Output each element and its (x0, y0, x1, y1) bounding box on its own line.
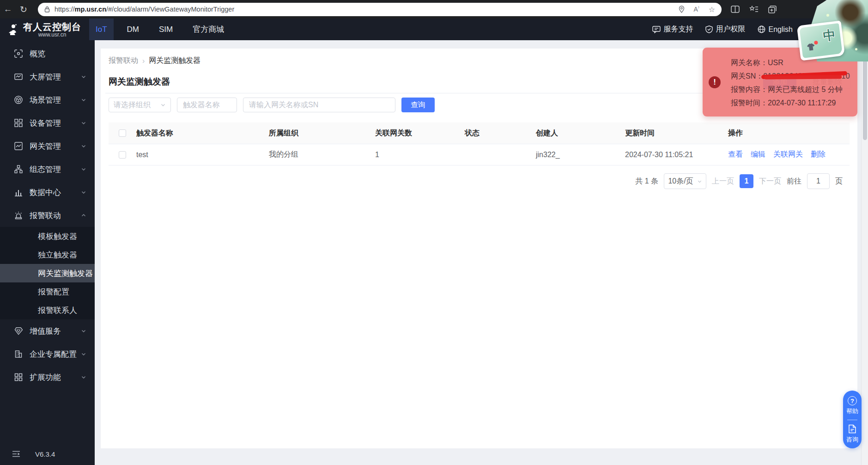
chevron-up-icon (81, 213, 86, 218)
goto-page-input[interactable] (807, 173, 830, 189)
gateway-search-input[interactable] (243, 98, 395, 112)
favorites-bar-icon[interactable] (749, 6, 759, 13)
address-bar[interactable]: https://mp.usr.cn/#/cloud/alarm/ViewGate… (38, 3, 722, 16)
chevron-down-icon (81, 74, 86, 80)
alarm-content: 报警内容：网关已离线超过 5 分钟 (731, 83, 850, 96)
logo-subtitle: www.usr.cn (23, 32, 81, 37)
sidebar-item-overview[interactable]: 概览 (0, 42, 95, 65)
sidebar-footer: V6.3.4 (0, 443, 95, 465)
device-grid-icon (14, 118, 23, 128)
collapse-sidebar-icon[interactable] (12, 451, 20, 457)
floating-help-widget: ? 帮助 咨询 (843, 391, 862, 448)
view-link[interactable]: 查看 (728, 150, 743, 159)
app-version: V6.3.4 (35, 450, 55, 458)
alarm-gateway-sn: 网关SN： 01331224051000010210 (731, 69, 850, 83)
lock-icon (44, 6, 50, 12)
select-all-checkbox[interactable] (119, 129, 126, 137)
prev-page-button[interactable]: 上一页 (712, 177, 734, 186)
game-promo-overlay[interactable]: 中 (799, 0, 868, 61)
favorite-star-icon[interactable]: ☆ (709, 5, 715, 14)
tab-official-store[interactable]: 官方商城 (186, 18, 231, 40)
edit-link[interactable]: 编辑 (751, 150, 765, 159)
overview-icon (14, 49, 23, 58)
cell-gateway-count: 1 (375, 151, 465, 159)
delete-link[interactable]: 删除 (811, 150, 826, 159)
page-size-select[interactable]: 10条/页 (664, 173, 706, 189)
chevron-down-icon (81, 351, 86, 357)
user-permission-button[interactable]: 用户权限 (705, 24, 746, 34)
sidebar-item-template-trigger[interactable]: 模板触发器 (0, 227, 95, 245)
trigger-table: 触发器名称 所属组织 关联网关数 状态 创建人 更新时间 操作 test 我的分… (109, 122, 850, 165)
sidebar-item-alarm-linkage[interactable]: 报警联动 (0, 204, 95, 227)
sidebar-item-data-center[interactable]: 数据中心 (0, 181, 95, 204)
cell-creator: jin322_ (536, 151, 625, 159)
chevron-down-icon (81, 328, 86, 334)
page-scrollbar[interactable] (861, 18, 868, 465)
sidebar: 概览 大屏管理 场景管理 设备管理 网关管理 组态管理 (0, 40, 95, 465)
sidebar-item-device-mgmt[interactable]: 设备管理 (0, 111, 95, 135)
alarm-submenu: 模板触发器 独立触发器 网关监测触发器 报警配置 报警联系人 (0, 227, 95, 319)
filter-bar: 请选择组织 查询 (109, 98, 435, 112)
sidebar-item-configuration-mgmt[interactable]: 组态管理 (0, 158, 95, 181)
sidebar-item-value-added-services[interactable]: 增值服务 (0, 319, 95, 343)
search-button[interactable]: 查询 (401, 98, 435, 112)
browser-chrome: ← ↻ https://mp.usr.cn/#/cloud/alarm/View… (0, 0, 868, 18)
breadcrumb-parent[interactable]: 报警联动 (109, 56, 138, 66)
chevron-down-icon (81, 143, 86, 149)
reload-icon[interactable]: ↻ (16, 4, 31, 15)
chevron-down-icon (697, 179, 702, 184)
cube-icon (14, 95, 23, 104)
sidebar-item-independent-trigger[interactable]: 独立触发器 (0, 245, 95, 264)
collections-icon[interactable] (768, 6, 777, 13)
error-icon: ! (709, 76, 721, 88)
app-top-nav: 有人云控制台 www.usr.cn IoT DM SIM 官方商城 服务支持 用… (0, 18, 861, 40)
nav-tabs: IoT DM SIM 官方商城 (89, 18, 237, 40)
trigger-name-input[interactable] (177, 98, 237, 112)
split-screen-icon[interactable] (731, 6, 740, 13)
organization-select[interactable]: 请选择组织 (109, 98, 171, 112)
logo-person-icon (6, 23, 19, 36)
row-checkbox[interactable] (119, 151, 126, 159)
grid-icon (14, 373, 23, 382)
sidebar-item-gateway-monitor-trigger[interactable]: 网关监测触发器 (0, 264, 95, 282)
consult-button[interactable]: 咨询 (846, 424, 858, 444)
sidebar-item-gateway-mgmt[interactable]: 网关管理 (0, 135, 95, 158)
associate-gateway-link[interactable]: 关联网关 (773, 150, 803, 159)
current-page-button[interactable]: 1 (740, 174, 753, 188)
sidebar-item-extensions[interactable]: 扩展功能 (0, 366, 95, 389)
tab-dm[interactable]: DM (121, 18, 146, 40)
chevron-down-icon (81, 374, 86, 380)
question-icon: ? (848, 396, 857, 405)
tab-iot[interactable]: IoT (89, 18, 114, 40)
tab-sim[interactable]: SIM (152, 18, 179, 40)
chevron-down-icon (81, 97, 86, 103)
read-aloud-icon[interactable]: A (694, 6, 699, 13)
shield-icon (705, 25, 713, 33)
sidebar-item-alarm-config[interactable]: 报警配置 (0, 282, 95, 301)
breadcrumb-separator: › (142, 57, 145, 65)
gem-icon (14, 326, 23, 336)
sidebar-item-alarm-contacts[interactable]: 报警联系人 (0, 301, 95, 319)
next-page-button[interactable]: 下一页 (759, 177, 781, 186)
total-count: 共 1 条 (635, 177, 658, 186)
chat-icon (652, 26, 661, 33)
logo-title: 有人云控制台 (23, 22, 81, 32)
mahjong-tile-badge: 中 (797, 20, 845, 61)
service-support-button[interactable]: 服务支持 (652, 24, 693, 34)
chevron-down-icon (81, 166, 86, 172)
globe-icon (758, 25, 765, 33)
topology-icon (14, 165, 23, 174)
language-button[interactable]: English (758, 25, 793, 34)
back-icon[interactable]: ← (0, 4, 16, 14)
cell-updated-time: 2024-07-30 11:05:21 (625, 151, 728, 159)
cell-organization: 我的分组 (269, 150, 375, 159)
help-button[interactable]: ? 帮助 (846, 396, 858, 416)
document-icon (848, 424, 857, 434)
building-icon (14, 349, 23, 359)
sidebar-item-enterprise-config[interactable]: 企业专属配置 (0, 343, 95, 366)
location-icon[interactable] (679, 6, 685, 13)
tile-character: 中 (822, 26, 837, 44)
sidebar-item-screen-mgmt[interactable]: 大屏管理 (0, 65, 95, 88)
app-logo[interactable]: 有人云控制台 www.usr.cn (0, 22, 89, 37)
sidebar-item-scene-mgmt[interactable]: 场景管理 (0, 88, 95, 111)
